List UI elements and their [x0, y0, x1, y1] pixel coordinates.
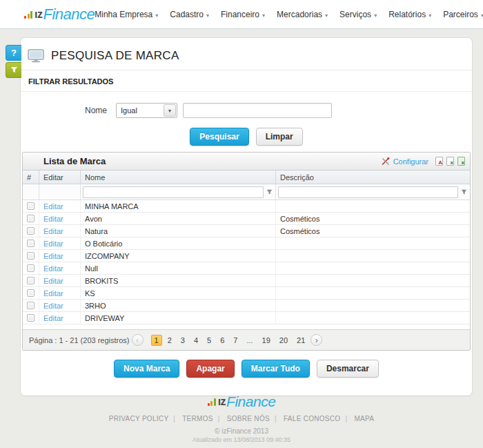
export-xlsx-icon[interactable]: x: [457, 157, 465, 166]
nav-menu-item[interactable]: Serviços: [339, 10, 377, 19]
footer-link[interactable]: SOBRE NÓS: [227, 415, 282, 422]
brand-name: KS: [85, 289, 95, 298]
descricao-filter-funnel-icon[interactable]: [460, 186, 468, 198]
column-header[interactable]: #: [23, 171, 39, 184]
row-checkbox[interactable]: [27, 277, 34, 284]
row-checkbox[interactable]: [27, 215, 34, 222]
row-checkbox[interactable]: [27, 264, 34, 272]
row-checkbox[interactable]: [27, 289, 34, 297]
footer-link[interactable]: TERMOS: [182, 415, 225, 422]
row-checkbox[interactable]: [27, 302, 34, 309]
edit-link[interactable]: Editar: [43, 314, 63, 322]
action-buttons: Nova Marca Apagar Marcar Tudo Desmarcar: [21, 360, 472, 378]
edit-link[interactable]: Editar: [43, 277, 63, 285]
brand-name: BROKITS: [85, 277, 118, 285]
nav-menu-item-label: Cadastro: [170, 10, 204, 19]
page-number-button[interactable]: 4: [190, 335, 201, 346]
action-button[interactable]: Apagar: [186, 360, 234, 378]
nav-menu-item-label: Minha Empresa: [95, 10, 152, 19]
table-row: Editar MINHA MARCA: [23, 200, 470, 213]
row-checkbox[interactable]: [27, 252, 34, 260]
row-select-cell: [23, 237, 39, 249]
nome-column-filter-input[interactable]: [83, 186, 264, 198]
page-number-button[interactable]: 1: [151, 335, 162, 346]
row-select-cell: [23, 312, 39, 324]
filter-buttons: Pesquisar Limpar: [21, 128, 472, 146]
configure-link[interactable]: Configurar: [393, 157, 428, 166]
filter-button[interactable]: [6, 62, 21, 78]
footer-logo[interactable]: ız Finance: [208, 395, 276, 409]
page-number-button[interactable]: 3: [177, 335, 188, 346]
action-button[interactable]: Nova Marca: [114, 360, 179, 378]
edit-link[interactable]: Editar: [43, 289, 63, 298]
search-button[interactable]: Pesquisar: [190, 128, 248, 146]
column-header[interactable]: Descrição: [276, 171, 470, 184]
filter-value-input[interactable]: [183, 103, 332, 118]
action-button[interactable]: Desmarcar: [317, 360, 379, 378]
app-logo[interactable]: ız Finance: [24, 8, 95, 21]
descricao-column-filter-input[interactable]: [278, 186, 458, 198]
nav-menu-item[interactable]: Financeiro: [221, 10, 265, 19]
footer-link[interactable]: PRIVACY POLICY: [109, 415, 181, 422]
edit-link[interactable]: Editar: [43, 202, 63, 211]
top-nav: ız Finance Minha Empresa Cadastro Financ…: [0, 0, 483, 29]
next-page-button[interactable]: [310, 334, 322, 346]
clear-button[interactable]: Limpar: [256, 128, 303, 146]
action-button[interactable]: Marcar Tudo: [241, 360, 310, 378]
nome-filter-funnel-icon[interactable]: [266, 186, 273, 198]
row-descricao-cell: Cosméticos: [276, 213, 470, 224]
help-button[interactable]: ?: [6, 45, 21, 61]
page-number-button[interactable]: 7: [230, 335, 241, 346]
operator-selected-value: Igual: [117, 106, 164, 115]
column-header[interactable]: Nome: [81, 171, 276, 184]
table-row: Editar Natura Cosméticos: [23, 225, 470, 237]
page-number-button[interactable]: 19: [259, 335, 274, 346]
chevron-down-icon: [206, 10, 209, 19]
footer-logo-iz-text: ız: [218, 397, 226, 409]
table-row: Editar BROKITS: [23, 275, 470, 287]
row-checkbox[interactable]: [27, 202, 34, 210]
page-number-button[interactable]: 21: [293, 335, 308, 346]
page-number-button[interactable]: 5: [204, 335, 215, 346]
edit-link[interactable]: Editar: [43, 215, 63, 223]
nav-menu-item-label: Parceiros: [443, 10, 478, 19]
logo-bars-icon: [24, 11, 32, 21]
nav-menu-item[interactable]: Minha Empresa: [95, 10, 158, 19]
nav-menu-item[interactable]: Cadastro: [170, 10, 209, 19]
filter-cell-descricao: [276, 184, 470, 199]
row-nome-cell: MINHA MARCA: [81, 200, 276, 212]
row-select-cell: [23, 262, 39, 274]
row-checkbox[interactable]: [27, 240, 34, 247]
page-number-button[interactable]: 6: [217, 335, 228, 346]
edit-link[interactable]: Editar: [43, 240, 63, 248]
page-number-button[interactable]: 2: [164, 335, 175, 346]
row-checkbox[interactable]: [27, 314, 34, 322]
footer-link[interactable]: MAPA: [354, 415, 374, 422]
footer-link[interactable]: FALE CONOSCO: [284, 415, 352, 422]
select-dropdown-icon: [164, 104, 176, 117]
content-card: PESQUISA DE MARCA FILTRAR RESULTADOS Nom…: [21, 38, 472, 396]
nav-menu-item[interactable]: Mercadorias: [277, 10, 328, 19]
edit-link[interactable]: Editar: [43, 264, 63, 273]
row-descricao-cell: [276, 300, 470, 311]
chevron-down-icon: [428, 10, 431, 19]
page-number-list: 1 2 3 4 5 6 7 ... 19 20: [151, 335, 309, 346]
prev-page-button[interactable]: [132, 334, 144, 346]
page-number-button[interactable]: 20: [276, 335, 291, 346]
edit-link[interactable]: Editar: [43, 252, 63, 260]
row-select-cell: [23, 200, 39, 212]
filter-cell-edit: [39, 184, 81, 199]
export-pdf-icon[interactable]: A: [435, 157, 443, 166]
brand-name: Avon: [85, 215, 102, 223]
nav-menu-item-label: Relatórios: [388, 10, 426, 19]
panel-title: Lista de Marca: [43, 156, 381, 166]
table-row: Editar KS: [23, 287, 470, 300]
nav-menu-item[interactable]: Relatórios: [388, 10, 431, 19]
edit-link[interactable]: Editar: [43, 302, 63, 310]
export-xls-icon[interactable]: x: [446, 157, 454, 166]
nav-menu-item[interactable]: Parceiros: [443, 10, 483, 19]
row-checkbox[interactable]: [27, 227, 34, 235]
edit-link[interactable]: Editar: [43, 227, 63, 235]
column-header[interactable]: Editar: [39, 171, 81, 184]
operator-select[interactable]: Igual: [116, 103, 177, 118]
